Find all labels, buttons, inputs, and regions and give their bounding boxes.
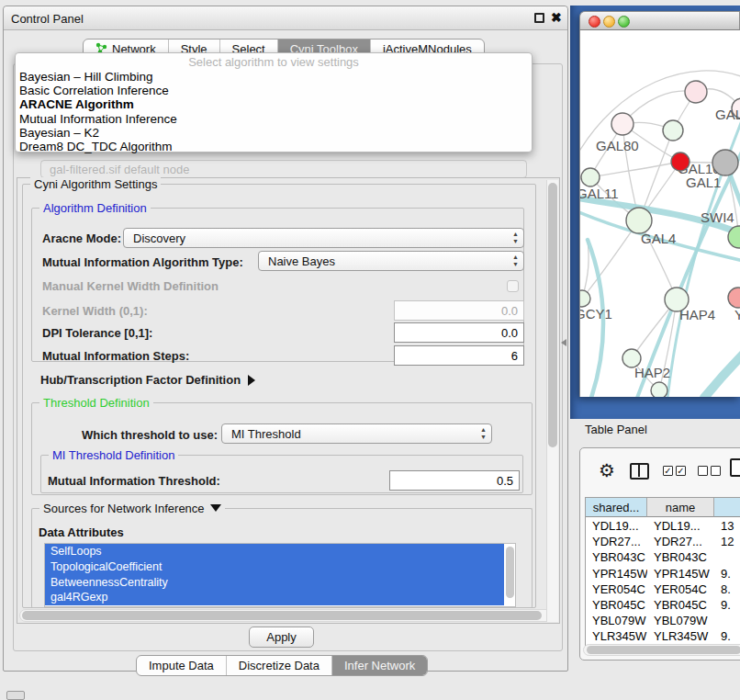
splitter-collapse-arrow[interactable] <box>561 339 566 346</box>
table-cell[interactable]: YPR145W <box>586 566 647 581</box>
table-cell[interactable]: YLR345W <box>647 628 714 644</box>
table-panel: ⚙ ✓ ✓ shared...nameYDL19...YDL19...13YDR… <box>579 447 740 660</box>
sources-title[interactable]: Sources for Network Inference <box>39 502 225 515</box>
float-icon[interactable] <box>534 13 544 23</box>
network-edge <box>622 91 696 124</box>
horizontal-scrollbar[interactable] <box>19 609 557 622</box>
which-threshold-label: Which threshold to use: <box>82 428 218 442</box>
table-horizontal-scrollbar[interactable] <box>583 644 740 656</box>
manual-kernel-checkbox[interactable] <box>507 280 519 292</box>
table-cell[interactable]: YPR145W <box>647 566 714 581</box>
network-select-value: gal-filtered.sif default node <box>50 163 189 176</box>
table-cell[interactable]: YBR043C <box>586 549 647 565</box>
dpi-tolerance-field[interactable]: 0.0 <box>394 322 524 343</box>
dropdown-item[interactable]: Bayesian – K2 <box>16 126 532 140</box>
dropdown-item[interactable]: Bayesian – Hill Climbing <box>16 70 532 84</box>
table-cell[interactable]: 9. <box>714 597 740 613</box>
table-column-header[interactable]: shared... <box>586 498 647 517</box>
dropdown-item[interactable]: ARACNE Algorithm <box>16 97 532 111</box>
mi-type-value: Naive Bayes <box>268 254 335 268</box>
vertical-scrollbar[interactable] <box>546 180 558 622</box>
network-window[interactable]: GALGAL80GAL10GAL1GAL11SWI4GAL4GCY1HAP4YH… <box>579 11 740 397</box>
table-cell[interactable]: YDL19... <box>586 518 647 534</box>
aracne-mode-combobox[interactable]: Discovery ▲▼ <box>123 228 524 248</box>
bottom-tab-label: Impute Data <box>149 659 214 672</box>
network-node-label: GAL11 <box>580 186 619 201</box>
gear-icon[interactable]: ⚙ <box>599 459 615 481</box>
data-attributes-list[interactable]: SelfLoopsTopologicalCoefficientBetweenne… <box>44 543 516 607</box>
apply-button[interactable]: Apply <box>249 627 314 648</box>
network-node-label: HAP2 <box>634 365 670 380</box>
node-attribute-table[interactable]: shared...nameYDL19...YDL19...13YDR27...Y… <box>585 497 740 653</box>
which-threshold-value: MI Threshold <box>231 427 301 441</box>
table-cell[interactable]: YBL079W <box>586 613 647 628</box>
panel-title: Control Panel <box>11 12 84 26</box>
select-all-checkbox-icon[interactable]: ✓ <box>663 466 673 476</box>
table-cell[interactable]: YDL19... <box>647 518 714 534</box>
page-icon[interactable] <box>730 458 740 477</box>
list-item[interactable]: BetweennessCentrality <box>45 575 504 591</box>
scrollbar-thumb[interactable] <box>587 646 740 654</box>
table-cell[interactable]: 9. <box>714 628 740 644</box>
bottom-tab-infer-network[interactable]: Infer Network <box>331 656 427 675</box>
table-cell[interactable]: YER054C <box>647 581 714 597</box>
deselect-all-checkbox-icon[interactable] <box>698 466 708 476</box>
table-column-header[interactable]: name <box>647 498 714 517</box>
list-scrollbar[interactable] <box>506 547 514 598</box>
network-node-label: GCY1 <box>580 306 612 322</box>
deselect-all-checkbox-icon[interactable] <box>711 466 721 476</box>
table-cell[interactable]: 9. <box>714 566 740 581</box>
table-cell[interactable]: YBR045C <box>586 597 647 613</box>
table-cell[interactable]: YLR345W <box>586 628 647 644</box>
table-cell[interactable]: 12 <box>714 534 740 549</box>
table-column-header[interactable] <box>714 498 740 517</box>
network-node <box>671 152 690 171</box>
mi-steps-field[interactable]: 6 <box>394 345 524 366</box>
list-item[interactable]: TopologicalCoefficient <box>45 559 504 575</box>
network-canvas[interactable]: GALGAL80GAL10GAL1GAL11SWI4GAL4GCY1HAP4YH… <box>579 30 740 397</box>
combo-stepper-icon: ▲▼ <box>480 426 487 441</box>
scrollbar-thumb[interactable] <box>22 611 542 620</box>
bottom-tab-impute-data[interactable]: Impute Data <box>137 656 226 675</box>
minimize-traffic-light-icon[interactable] <box>603 16 615 28</box>
table-cell[interactable] <box>714 613 740 628</box>
network-select-combobox-faded[interactable]: gal-filtered.sif default node <box>40 160 527 178</box>
table-cell[interactable]: YBR043C <box>647 549 714 565</box>
network-node <box>580 290 590 307</box>
table-cell[interactable]: YDR27... <box>647 534 714 549</box>
close-traffic-light-icon[interactable] <box>589 16 600 28</box>
kernel-width-field[interactable]: 0.0 <box>394 300 524 321</box>
table-cell[interactable]: YER054C <box>586 581 647 597</box>
table-cell[interactable]: YBL079W <box>647 613 714 628</box>
bottom-tab-discretize-data[interactable]: Discretize Data <box>226 656 331 675</box>
split-columns-icon[interactable] <box>630 463 649 480</box>
mi-steps-label: Mutual Information Steps: <box>42 349 189 363</box>
dropdown-item[interactable]: Basic Correlation Inference <box>16 84 532 97</box>
table-cell[interactable]: 8. <box>714 581 740 597</box>
dropdown-item[interactable]: Dream8 DC_TDC Algorithm <box>16 140 532 153</box>
hub-definition-expander[interactable]: Hub/Transcription Factor Definition <box>40 373 255 387</box>
mi-type-combobox[interactable]: Naive Bayes ▲▼ <box>258 251 524 271</box>
table-cell[interactable] <box>714 549 740 565</box>
which-threshold-combobox[interactable]: MI Threshold ▲▼ <box>221 423 492 444</box>
network-node-label: GAL80 <box>596 138 639 153</box>
network-node-label: GAL4 <box>641 231 676 246</box>
table-cell[interactable]: 13 <box>714 518 740 534</box>
table-cell[interactable]: YDR27... <box>586 534 647 549</box>
network-node <box>611 113 633 135</box>
network-node <box>581 168 600 186</box>
combo-stepper-icon: ▲▼ <box>512 254 519 268</box>
scrollbar-thumb[interactable] <box>548 183 557 447</box>
close-icon[interactable]: ✖ <box>551 10 562 25</box>
table-cell[interactable]: YBR045C <box>647 597 714 613</box>
mi-threshold-field[interactable]: 0.5 <box>389 470 520 491</box>
mini-panel-button[interactable] <box>6 691 25 700</box>
select-all-checkbox-icon[interactable]: ✓ <box>676 466 686 476</box>
zoom-traffic-light-icon[interactable] <box>618 16 630 28</box>
dropdown-item[interactable]: Mutual Information Inference <box>16 112 532 126</box>
list-item[interactable]: SelfLoops <box>45 544 504 559</box>
control-panel-titlebar: Control Panel ✖ <box>4 6 567 30</box>
list-item[interactable]: gal4RGexp <box>45 590 504 605</box>
network-window-titlebar[interactable] <box>579 11 740 30</box>
combo-stepper-icon: ▲▼ <box>512 231 519 245</box>
